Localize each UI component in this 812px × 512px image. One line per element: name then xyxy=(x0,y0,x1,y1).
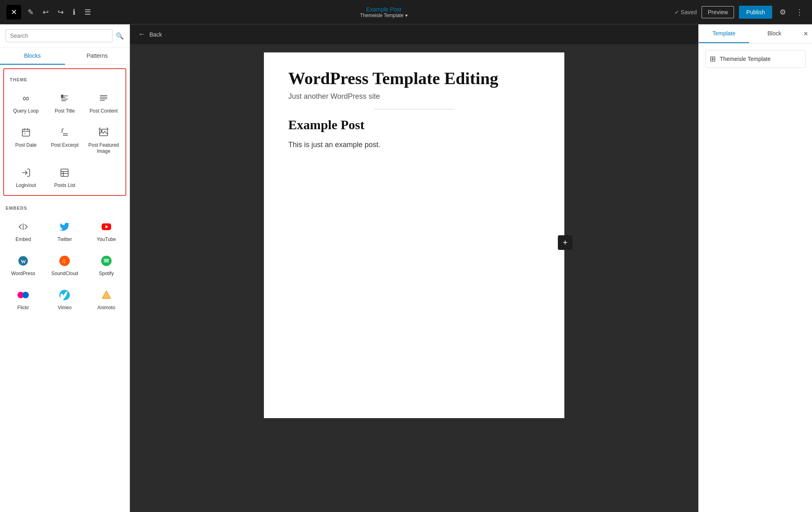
block-label: Embed xyxy=(15,236,31,243)
block-label: Vimeo xyxy=(58,305,72,311)
preview-button[interactable]: Preview xyxy=(702,6,734,18)
block-item-flickr[interactable]: Flickr xyxy=(2,282,44,316)
block-label: Twitter xyxy=(58,236,72,243)
topbar-left: ✕ ✎ ↩ ↪ ℹ ☰ xyxy=(6,5,93,20)
block-item-login-out[interactable]: Login/out xyxy=(6,160,45,194)
block-item-post-excerpt[interactable]: " Post Excerpt xyxy=(45,119,84,160)
search-input[interactable] xyxy=(6,29,112,42)
block-item-post-featured-image[interactable]: Post Featured Image xyxy=(84,119,123,160)
block-item-post-date[interactable]: ? Post Date xyxy=(6,119,45,160)
template-icon: ⊞ xyxy=(710,54,716,63)
block-item-wordpress[interactable]: W WordPress xyxy=(2,248,44,282)
tab-block[interactable]: Block xyxy=(749,24,799,43)
svg-text:?: ? xyxy=(24,132,26,135)
back-label[interactable]: Back xyxy=(149,31,162,38)
block-item-soundcloud[interactable]: ♫ SoundCloud xyxy=(44,248,85,282)
wp-logo-button[interactable]: ✕ xyxy=(6,5,21,20)
post-title-icon xyxy=(58,92,71,105)
sidebar: 🔍 Blocks Patterns THEME ∞ Query Loop xyxy=(0,24,130,512)
back-bar: ← Back xyxy=(130,24,698,44)
block-label: Post Title xyxy=(55,108,75,115)
canvas-post-content: This is just an example post. xyxy=(288,139,540,151)
block-label: WordPress xyxy=(11,271,35,277)
block-item-twitter[interactable]: Twitter xyxy=(44,214,85,248)
block-item-post-title[interactable]: Post Title xyxy=(45,85,84,119)
embed-icon xyxy=(17,220,30,233)
topbar: ✕ ✎ ↩ ↪ ℹ ☰ Example Post Themeisle Templ… xyxy=(0,0,812,24)
canvas-post-title: Example Post xyxy=(288,117,540,132)
block-label: Posts List xyxy=(54,182,75,189)
block-label: Spotify xyxy=(99,271,114,277)
theme-section: THEME ∞ Query Loop xyxy=(3,68,126,196)
canvas-scroll: WordPress Template Editing Just another … xyxy=(130,44,698,511)
twitter-icon xyxy=(58,220,71,233)
block-label: Query Loop xyxy=(13,108,39,115)
svg-text:W: W xyxy=(21,259,26,265)
block-label: Flickr xyxy=(17,305,29,311)
tab-patterns[interactable]: Patterns xyxy=(65,48,130,65)
svg-text:": " xyxy=(62,128,64,134)
back-arrow-icon[interactable]: ← xyxy=(138,30,145,39)
soundcloud-icon: ♫ xyxy=(58,254,71,267)
close-panel-button[interactable]: × xyxy=(800,26,812,42)
svg-rect-22 xyxy=(61,169,68,176)
canvas-area: ← Back WordPress Template Editing Just a… xyxy=(130,24,698,512)
publish-button[interactable]: Publish xyxy=(739,6,772,19)
theme-blocks-grid: ∞ Query Loop xyxy=(4,85,125,193)
block-item-embed[interactable]: Embed xyxy=(2,214,44,248)
search-icon: 🔍 xyxy=(116,32,124,40)
post-featured-image-icon xyxy=(97,126,110,139)
posts-list-icon xyxy=(58,166,71,179)
block-label: Login/out xyxy=(16,182,36,189)
block-item-spotify[interactable]: Spotify xyxy=(86,248,127,282)
svg-point-35 xyxy=(22,292,29,298)
block-label: Post Excerpt xyxy=(51,142,78,149)
add-block-button[interactable]: + xyxy=(558,235,572,250)
block-item-query-loop[interactable]: ∞ Query Loop xyxy=(6,85,45,119)
youtube-icon xyxy=(100,220,113,233)
block-item-posts-list[interactable]: Posts List xyxy=(45,160,84,194)
block-label: Post Featured Image xyxy=(87,142,120,155)
animoto-icon xyxy=(100,289,113,302)
block-label: Post Date xyxy=(15,142,37,149)
flickr-icon xyxy=(17,289,30,302)
right-panel: Template Block × ⊞ Themeisle Template xyxy=(698,24,812,512)
canvas-divider xyxy=(374,109,455,109)
topbar-right: ✓ Saved Preview Publish ⚙ ⋮ xyxy=(674,5,806,19)
more-options-button[interactable]: ⋮ xyxy=(793,5,806,19)
right-panel-content: ⊞ Themeisle Template xyxy=(699,43,812,74)
tab-blocks[interactable]: Blocks xyxy=(0,48,65,65)
svg-point-18 xyxy=(101,130,102,131)
query-loop-icon: ∞ xyxy=(19,92,32,105)
svg-text:♫: ♫ xyxy=(61,257,66,264)
embeds-section-label: EMBEDS xyxy=(0,199,130,214)
list-view-button[interactable]: ☰ xyxy=(82,5,93,19)
block-label: Post Content xyxy=(89,108,117,115)
sidebar-tabs: Blocks Patterns xyxy=(0,48,130,65)
tab-template[interactable]: Template xyxy=(699,24,749,43)
theme-section-label: THEME xyxy=(4,71,125,85)
info-button[interactable]: ℹ xyxy=(70,5,78,19)
block-label: SoundCloud xyxy=(51,271,78,277)
search-bar: 🔍 xyxy=(0,24,130,48)
block-item-vimeo[interactable]: Vimeo xyxy=(44,282,85,316)
block-item-youtube[interactable]: YouTube xyxy=(86,214,127,248)
block-item-post-content[interactable]: Post Content xyxy=(84,85,123,119)
right-panel-tabs: Template Block × xyxy=(699,24,812,43)
settings-button[interactable]: ⚙ xyxy=(777,5,788,19)
block-label: Animoto xyxy=(97,305,115,311)
block-item-animoto[interactable]: Animoto xyxy=(86,282,127,316)
embeds-blocks-grid: Embed Twitter xyxy=(0,214,130,316)
chevron-down-icon: ▾ xyxy=(405,13,408,18)
sidebar-content: THEME ∞ Query Loop xyxy=(0,65,130,512)
wordpress-icon: W xyxy=(17,254,30,267)
post-title-header: Example Post xyxy=(366,6,401,13)
spotify-icon xyxy=(100,254,113,267)
login-out-icon xyxy=(19,166,32,179)
svg-rect-4 xyxy=(61,95,63,98)
redo-button[interactable]: ↪ xyxy=(55,5,66,19)
tools-button[interactable]: ✎ xyxy=(25,5,36,19)
undo-button[interactable]: ↩ xyxy=(40,5,51,19)
post-excerpt-icon: " xyxy=(58,126,71,139)
template-item[interactable]: ⊞ Themeisle Template xyxy=(705,50,806,68)
